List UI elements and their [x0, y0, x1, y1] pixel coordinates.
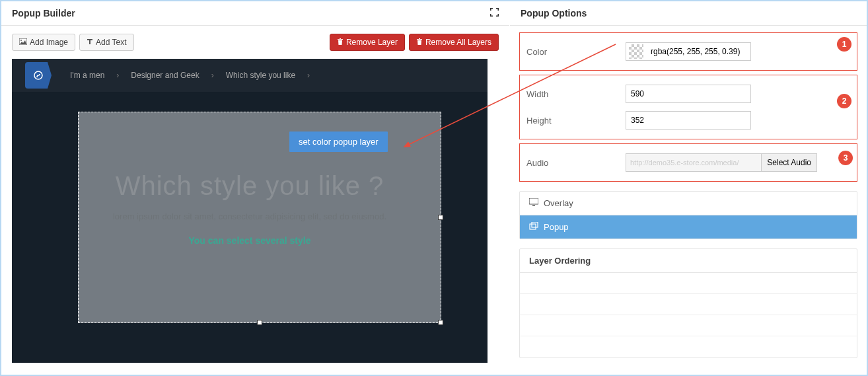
- height-label: Height: [526, 116, 626, 126]
- options-header: Popup Options: [510, 1, 867, 26]
- width-label: Width: [526, 89, 626, 99]
- canvas-nav: I'm a men › Designer and Geek › Which st…: [12, 59, 488, 92]
- canvas[interactable]: I'm a men › Designer and Geek › Which st…: [12, 59, 488, 363]
- color-swatch-icon: [629, 44, 643, 59]
- color-label: Color: [526, 47, 626, 57]
- layer-ordering-panel: Layer Ordering: [519, 248, 857, 358]
- layer-row-empty[interactable]: [520, 315, 857, 336]
- resize-handle-corner[interactable]: [438, 320, 443, 325]
- add-text-button[interactable]: Add Text: [79, 34, 133, 51]
- remove-layer-button[interactable]: Remove Layer: [330, 34, 405, 51]
- layer-row-empty[interactable]: [520, 273, 857, 294]
- monitor-icon: [529, 198, 538, 208]
- color-group: Color 1: [519, 32, 857, 71]
- size-group: Width Height 2: [519, 75, 857, 139]
- builder-header: Popup Builder: [1, 1, 509, 26]
- height-input[interactable]: [626, 111, 751, 130]
- expand-icon[interactable]: [490, 8, 499, 19]
- layer-row-empty[interactable]: [520, 336, 857, 357]
- trash-icon: [416, 38, 423, 47]
- svg-rect-5: [530, 224, 536, 229]
- annotation-badge-2: 2: [837, 94, 851, 108]
- width-input[interactable]: [626, 85, 751, 103]
- breadcrumb-item: Which style you like: [226, 71, 295, 80]
- color-input[interactable]: [646, 44, 750, 59]
- trash-icon: [337, 38, 344, 47]
- layer-ordering-title: Layer Ordering: [520, 249, 857, 273]
- section-popup[interactable]: Popup: [520, 215, 857, 239]
- select-audio-button[interactable]: Select Audio: [761, 153, 817, 172]
- audio-path-display: http://demo35.e-store.com/media/: [626, 153, 761, 172]
- annotation-badge-3: 3: [838, 151, 853, 165]
- audio-group: Audio http://demo35.e-store.com/media/ S…: [519, 143, 857, 182]
- section-list: Overlay Popup: [519, 191, 857, 239]
- chevron-right-icon: ›: [116, 71, 119, 80]
- remove-all-layers-button[interactable]: Remove All Layers: [409, 34, 499, 51]
- svg-point-1: [20, 40, 22, 41]
- color-field[interactable]: [626, 42, 751, 61]
- canvas-title: Which style you like ?: [78, 171, 421, 201]
- breadcrumb-item: Designer and Geek: [131, 71, 199, 80]
- chevron-right-icon: ›: [307, 71, 310, 80]
- toolbar: Add Image Add Text Remove Layer: [1, 26, 509, 59]
- logo-icon: [25, 62, 52, 89]
- svg-rect-6: [532, 222, 538, 227]
- builder-title: Popup Builder: [12, 8, 75, 19]
- text-icon: [87, 38, 93, 47]
- annotation-badge-1: 1: [837, 37, 851, 52]
- canvas-content: Which style you like ? lorem ipsum dolor…: [78, 171, 421, 248]
- breadcrumb-item: I'm a men: [70, 71, 104, 80]
- audio-label: Audio: [526, 158, 626, 168]
- canvas-subtitle: lorem ipsum dolor sit amet, consectetur …: [78, 210, 421, 224]
- resize-handle-right[interactable]: [438, 215, 443, 220]
- add-image-button[interactable]: Add Image: [12, 34, 75, 51]
- svg-rect-4: [532, 205, 535, 206]
- image-icon: [19, 38, 27, 47]
- options-title: Popup Options: [521, 8, 587, 19]
- svg-rect-3: [529, 198, 538, 204]
- layer-row-empty[interactable]: [520, 294, 857, 315]
- resize-handle-bottom[interactable]: [257, 320, 262, 325]
- popup-icon: [529, 222, 538, 232]
- chevron-right-icon: ›: [211, 71, 214, 80]
- section-overlay[interactable]: Overlay: [520, 192, 857, 215]
- callout-label: set color popup layer: [289, 132, 388, 152]
- canvas-tagline: You can select several style: [78, 233, 421, 248]
